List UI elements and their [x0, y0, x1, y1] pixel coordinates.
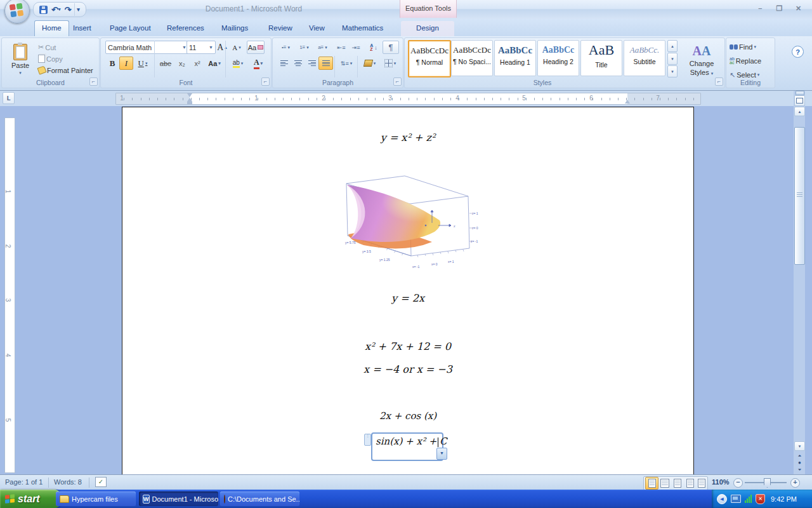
undo-button[interactable]: ↶ ▾ [49, 3, 62, 16]
font-color-dropdown-icon[interactable]: ▾ [261, 61, 263, 66]
save-button[interactable] [37, 3, 49, 16]
clock[interactable]: 9:42 PM [771, 495, 797, 503]
style-card-no-spacing[interactable]: AaBbCcDc ¶ No Spaci... [451, 40, 493, 76]
find-button[interactable]: Find ▾ [729, 41, 773, 53]
tab-mailings[interactable]: Mailings [214, 21, 255, 36]
view-ruler-toggle-button[interactable] [794, 95, 805, 106]
paste-button[interactable]: Paste ▾ [6, 40, 35, 79]
numbering-button[interactable]: 1≡ ▾ [295, 41, 313, 54]
bold-button[interactable]: B [105, 57, 119, 70]
web-layout-view-button[interactable] [671, 477, 684, 490]
equation-editor-text[interactable]: sin(x) + x² + C [376, 436, 447, 447]
tab-page-layout[interactable]: Page Layout [103, 21, 158, 36]
show-hide-marks-button[interactable]: ¶ [383, 41, 399, 54]
fullscreen-reading-view-button[interactable] [658, 477, 671, 490]
numbering-dropdown-icon[interactable]: ▾ [306, 45, 309, 50]
tab-view[interactable]: View [302, 21, 332, 36]
taskbar-item-word[interactable]: W Document1 - Microsof... [139, 491, 218, 506]
maximize-button[interactable]: ❐ [771, 4, 788, 15]
equation-4[interactable]: x = −4 or x = −3 [122, 363, 693, 375]
select-dropdown-icon[interactable]: ▾ [757, 72, 760, 77]
close-button[interactable]: ✕ [790, 4, 807, 15]
equation-2[interactable]: y = 2x [122, 292, 693, 304]
network-icon[interactable] [731, 495, 741, 503]
zoom-slider-thumb[interactable] [764, 478, 771, 488]
tab-mathematics[interactable]: Mathematics [335, 21, 390, 36]
replace-button[interactable]: abac Replace [729, 55, 773, 67]
sort-button[interactable]: A Z ↓ [365, 41, 382, 54]
styles-gallery-more-button[interactable]: ▼ [667, 65, 678, 77]
document-page[interactable]: y = x² + z² [122, 107, 694, 475]
redo-button[interactable]: ↷ [62, 3, 73, 16]
font-size-combo[interactable]: 11 ▼ [187, 41, 216, 54]
italic-button[interactable]: I [119, 57, 133, 70]
first-line-indent-marker[interactable] [187, 93, 192, 97]
equation-3[interactable]: x² + 7x + 12 = 0 [122, 340, 693, 352]
font-name-combo[interactable]: Cambria Math ▼ [105, 41, 189, 54]
left-indent-marker[interactable] [187, 102, 192, 104]
font-color-button[interactable]: A ▾ [248, 57, 268, 70]
start-button[interactable]: start [0, 490, 62, 508]
line-spacing-dropdown-icon[interactable]: ▾ [350, 61, 353, 66]
font-name-dropdown-icon[interactable]: ▼ [182, 45, 187, 50]
superscript-button[interactable]: x² [190, 57, 205, 70]
styles-scroll-up-button[interactable]: ▲ [667, 40, 678, 52]
style-card-title[interactable]: AaB Title [580, 40, 622, 76]
undo-dropdown-icon[interactable]: ▾ [58, 7, 61, 12]
print-layout-view-button[interactable] [645, 477, 658, 490]
horizontal-ruler[interactable]: 1 1 2 3 4 5 6 7 [115, 93, 701, 105]
surface-plot-image[interactable]: z= 1 z= 0 z= -1 y= 5.75 y= 3.5 y= 1.25 x… [344, 172, 483, 272]
equation-editor-box[interactable]: sin(x) + x² + C [371, 432, 443, 461]
equation-5[interactable]: 2x + cos (x) [122, 410, 693, 422]
next-page-button[interactable]: ⏷ [794, 465, 805, 474]
scrollbar-thumb[interactable] [794, 127, 805, 265]
vertical-ruler[interactable]: 1 2 3 4 5 [4, 117, 15, 473]
tab-review[interactable]: Review [261, 21, 299, 36]
style-card-normal[interactable]: AaBbCcDc ¶ Normal [408, 40, 451, 77]
styles-dialog-launcher[interactable]: ⌐ [715, 77, 723, 86]
equation-drag-handle[interactable]: ⋮ [364, 434, 371, 446]
security-alert-shield-icon[interactable]: ✕ [756, 494, 765, 504]
scroll-down-button[interactable]: ▼ [794, 441, 805, 451]
minimize-button[interactable]: – [752, 4, 769, 15]
grow-font-button[interactable]: A▴ [214, 41, 230, 54]
equation-1[interactable]: y = x² + z² [122, 131, 693, 144]
shading-dropdown-icon[interactable]: ▾ [374, 61, 376, 66]
equation-options-dropdown[interactable]: ▼ [436, 448, 447, 460]
copy-button[interactable]: Copy [37, 53, 97, 65]
font-dialog-launcher[interactable]: ⌐ [261, 77, 270, 86]
style-card-heading1[interactable]: AaBbCc Heading 1 [494, 40, 536, 76]
customize-qat-button[interactable]: ▾ [74, 3, 82, 16]
decrease-indent-button[interactable]: ⇤≡ [334, 41, 349, 54]
shading-button[interactable]: ▾ [360, 57, 380, 70]
tab-insert[interactable]: Insert [66, 21, 98, 36]
align-right-button[interactable] [304, 57, 319, 70]
tab-references[interactable]: References [160, 21, 211, 36]
paragraph-dialog-launcher[interactable]: ⌐ [393, 77, 402, 86]
right-indent-marker[interactable] [625, 100, 630, 104]
line-spacing-button[interactable]: ⇅≡ ▾ [337, 57, 356, 70]
scroll-up-button[interactable]: ▲ [794, 107, 805, 116]
change-styles-button[interactable]: AA Change Styles ▾ [681, 39, 722, 80]
increase-indent-button[interactable]: ⇥≡ [348, 41, 363, 54]
hide-icons-button[interactable]: ◀ [717, 494, 727, 504]
clear-formatting-button[interactable]: Aa [247, 41, 265, 54]
subscript-button[interactable]: x₂ [174, 57, 190, 70]
word-count[interactable]: Words: 8 [54, 478, 82, 486]
zoom-out-button[interactable]: − [733, 478, 743, 488]
help-button[interactable]: ? [792, 46, 804, 58]
proofing-status-icon[interactable]: ✓ [95, 477, 107, 487]
draft-view-button[interactable] [695, 477, 708, 490]
align-left-button[interactable] [277, 57, 291, 70]
tab-selector-button[interactable]: L [3, 92, 15, 104]
shrink-font-button[interactable]: A▾ [229, 41, 244, 54]
change-case-dropdown-icon[interactable]: ▾ [218, 61, 221, 66]
strikethrough-button[interactable]: abe [157, 57, 174, 70]
underline-button[interactable]: U ▾ [133, 57, 152, 70]
style-card-heading2[interactable]: AaBbCc Heading 2 [537, 40, 579, 76]
page-indicator[interactable]: Page: 1 of 1 [5, 478, 43, 486]
zoom-in-button[interactable]: + [790, 478, 800, 488]
cut-button[interactable]: ✂ Cut [37, 41, 97, 53]
bullets-dropdown-icon[interactable]: ▾ [287, 45, 290, 50]
multilevel-dropdown-icon[interactable]: ▾ [325, 45, 327, 50]
